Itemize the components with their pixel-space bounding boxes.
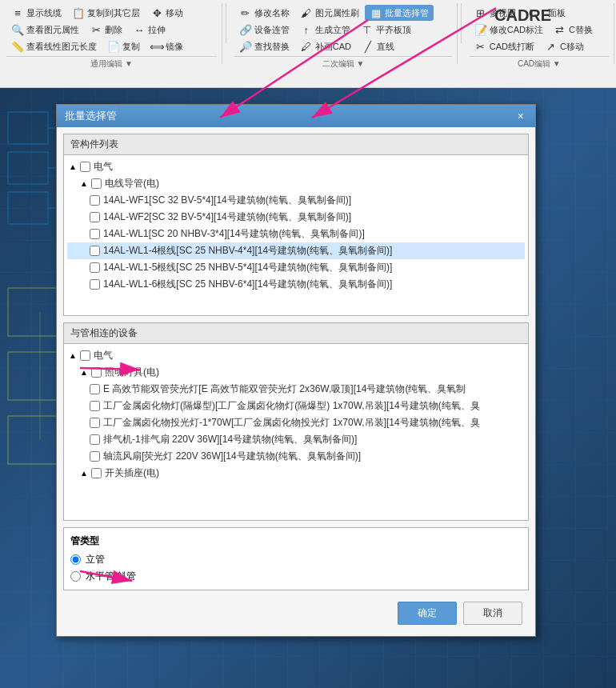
flat-ceiling-button[interactable]: ⊤ 平齐板顶: [356, 22, 416, 38]
lighting-checkbox[interactable]: [91, 367, 102, 378]
light1-checkbox[interactable]: [90, 384, 100, 394]
switch-checkbox[interactable]: [91, 468, 102, 478]
tree-item-light2[interactable]: 工厂金属卤化物灯(隔爆型)[工厂金属卤化物灯(隔爆型) 1x70W,吊装][14…: [67, 398, 525, 414]
tree-item-item6[interactable]: 14AL-WL1-6根线[SC 25 NHBV-6*4][14号建筑物(纯氧、臭…: [67, 276, 525, 293]
tree-item-item3[interactable]: 14AL-WL1[SC 20 NHBV-3*4][14号建筑物(纯氧、臭氧制备间…: [67, 226, 525, 242]
lighting-label: 照明灯具(电): [105, 366, 159, 379]
vertical-pipe-option[interactable]: 立管: [70, 553, 522, 566]
wire-toggle[interactable]: ▲: [78, 178, 90, 190]
elec2-toggle[interactable]: ▲: [67, 350, 78, 362]
item1-label: 14AL-WF1[SC 32 BV-5*4][14号建筑物(纯氧、臭氧制备间)]: [103, 194, 351, 207]
c-move-button[interactable]: ↗ C移动: [540, 38, 589, 54]
tree-item-switch-root[interactable]: ▲ 开关插座(电): [67, 465, 525, 482]
item1-checkbox[interactable]: [90, 195, 100, 206]
rename-icon: ✏: [239, 6, 252, 19]
copy-button[interactable]: 📄 复制: [102, 38, 145, 54]
tree-item-light5[interactable]: 轴流风扇[荧光灯 220V 36W][14号建筑物(纯氧、臭氧制备间)]: [67, 448, 525, 465]
supplement-icon: 🖊: [300, 40, 313, 53]
mirror-icon: ⟺: [150, 40, 163, 53]
cad-line-cut-button[interactable]: ✂ CAD线打断: [470, 38, 539, 54]
find-replace-label: 查找替换: [254, 41, 290, 53]
tree-item-elec-root2[interactable]: ▲ 电气: [67, 347, 525, 364]
switch-toggle[interactable]: ▲: [78, 468, 90, 479]
show-lines-button[interactable]: ≡ 显示线缆: [6, 5, 66, 21]
light3-checkbox[interactable]: [90, 418, 100, 428]
tree-item-light3[interactable]: 工厂金属卤化物投光灯-1*70W[工厂金属卤化物投光灯 1x70W,吊装][14…: [67, 414, 525, 431]
cadre-label: CADRE: [494, 6, 551, 24]
elec-toggle[interactable]: ▲: [67, 162, 78, 173]
find-replace-button[interactable]: 🔎 查找替换: [234, 38, 294, 54]
lines-icon: ≡: [11, 6, 24, 19]
find-icon: 🔎: [239, 40, 252, 53]
item3-checkbox[interactable]: [90, 229, 100, 239]
tree-item-item4[interactable]: 14AL-WL1-4根线[SC 25 NHBV-4*4][14号建筑物(纯氧、臭…: [67, 242, 525, 259]
flat-ceiling-label: 平齐板顶: [376, 24, 411, 36]
stretch-button[interactable]: ↔ 拉伸: [128, 22, 170, 38]
toolbar: ≡ 显示线缆 📋 复制到其它层 ✥ 移动 🔍 查看图元属性 ✂ 删除: [0, 0, 616, 88]
connect-equip-button[interactable]: 🔗 设备连管: [234, 22, 294, 38]
svg-rect-0: [8, 112, 48, 144]
copy-layer-icon: 📋: [72, 6, 85, 19]
confirm-button[interactable]: 确定: [398, 602, 457, 625]
item2-checkbox[interactable]: [90, 212, 100, 222]
svg-rect-1: [8, 152, 48, 184]
item3-label: 14AL-WL1[SC 20 NHBV-3*4][14号建筑物(纯氧、臭氧制备间…: [103, 227, 365, 241]
vertical-radio[interactable]: [70, 554, 81, 565]
batch-select-button[interactable]: ▦ 批量选择管: [365, 5, 434, 21]
tree-item-item2[interactable]: 14AL-WF2[SC 32 BV-5*4][14号建筑物(纯氧、臭氧制备间)]: [67, 209, 525, 226]
c-move-icon: ↗: [545, 40, 558, 53]
mirror-button[interactable]: ⟺ 镜像: [146, 38, 188, 54]
mirror-label: 镜像: [166, 41, 183, 53]
tree-item-light4[interactable]: 排气机-1排气扇 220V 36W][14号建筑物(纯氧、臭氧制备间)]: [67, 431, 525, 448]
tree-item-lighting[interactable]: ▲ 照明灯具(电): [67, 364, 525, 381]
vertical-icon: ↑: [300, 23, 313, 36]
light4-checkbox[interactable]: [90, 434, 100, 445]
elec-checkbox[interactable]: [80, 162, 90, 172]
dialog-close-button[interactable]: ×: [514, 110, 527, 122]
item4-label: 14AL-WL1-4根线[SC 25 NHBV-4*4][14号建筑物(纯氧、臭…: [103, 244, 392, 258]
item5-checkbox[interactable]: [90, 262, 100, 273]
vertical-pipe-label: 立管: [86, 553, 105, 566]
tree-item-item5[interactable]: 14AL-WL1-5根线[SC 25 NHBV-5*4][14号建筑物(纯氧、臭…: [67, 259, 525, 276]
pipe-type-radio-group: 立管 水平管/斜管: [70, 553, 522, 583]
related-devices-section: 与管相连的设备 ▲ 电气 ▲ 照明灯具(电) E 高效节能双管荧光灯[: [63, 322, 529, 521]
view-element-icon: 🔍: [11, 23, 24, 36]
modify-cad-icon: 📝: [474, 23, 487, 36]
element-props-button[interactable]: 🖌 图元属性刷: [295, 5, 364, 21]
item2-label: 14AL-WF2[SC 32 BV-5*4][14号建筑物(纯氧、臭氧制备间)]: [103, 210, 351, 224]
copy-to-layer-button[interactable]: 📋 复制到其它层: [67, 5, 145, 21]
horizontal-pipe-option[interactable]: 水平管/斜管: [70, 570, 522, 583]
item4-checkbox[interactable]: [90, 246, 100, 256]
svg-rect-2: [8, 192, 48, 224]
light1-label: E 高效节能双管荧光灯[E 高效节能双管荧光灯 2x36W,吸顶][14号建筑物…: [103, 382, 466, 396]
tree-item-elec-root[interactable]: ▲ 电气: [67, 158, 525, 175]
cancel-button[interactable]: 取消: [463, 602, 522, 625]
connect-icon: 🔗: [239, 23, 252, 36]
element-props-label: 图元属性刷: [315, 7, 359, 19]
view-element-label: 查看图元属性: [26, 24, 79, 36]
move-button[interactable]: ✥ 移动: [146, 5, 188, 21]
light5-label: 轴流风扇[荧光灯 220V 36W][14号建筑物(纯氧、臭氧制备间)]: [103, 450, 361, 463]
tree-item-light1[interactable]: E 高效节能双管荧光灯[E 高效节能双管荧光灯 2x36W,吸顶][14号建筑物…: [67, 381, 525, 398]
line-button[interactable]: ╱ 直线: [357, 38, 399, 54]
cadre-area: CADRE: [488, 0, 616, 31]
pipe-component-header: 管构件列表: [64, 134, 528, 155]
batch-select-label: 批量选择管: [385, 7, 429, 19]
supplement-cad-button[interactable]: 🖊 补画CAD: [295, 38, 356, 54]
horizontal-radio[interactable]: [70, 571, 81, 582]
pipe-component-tree[interactable]: ▲ 电气 ▲ 电线导管(电) 14AL-WF1[SC 32 BV-5*4][14…: [64, 155, 528, 315]
light5-checkbox[interactable]: [90, 451, 100, 462]
tree-item-wire-conduit[interactable]: ▲ 电线导管(电): [67, 175, 525, 192]
item6-checkbox[interactable]: [90, 279, 100, 290]
wire-checkbox[interactable]: [91, 178, 102, 189]
related-devices-tree[interactable]: ▲ 电气 ▲ 照明灯具(电) E 高效节能双管荧光灯[E 高效节能双管荧光灯 2…: [64, 344, 528, 520]
light2-checkbox[interactable]: [90, 401, 100, 411]
lighting-toggle[interactable]: ▲: [78, 367, 90, 378]
view-element-button[interactable]: 🔍 查看图元属性: [6, 22, 84, 38]
rename-button[interactable]: ✏ 修改名称: [234, 5, 294, 21]
delete-button[interactable]: ✂ 删除: [85, 22, 127, 38]
view-line-length-button[interactable]: 📏 查看线性图元长度: [6, 38, 102, 54]
tree-item-item1[interactable]: 14AL-WF1[SC 32 BV-5*4][14号建筑物(纯氧、臭氧制备间)]: [67, 192, 525, 209]
make-vertical-button[interactable]: ↑ 生成立管: [295, 22, 355, 38]
elec2-checkbox[interactable]: [80, 350, 90, 361]
